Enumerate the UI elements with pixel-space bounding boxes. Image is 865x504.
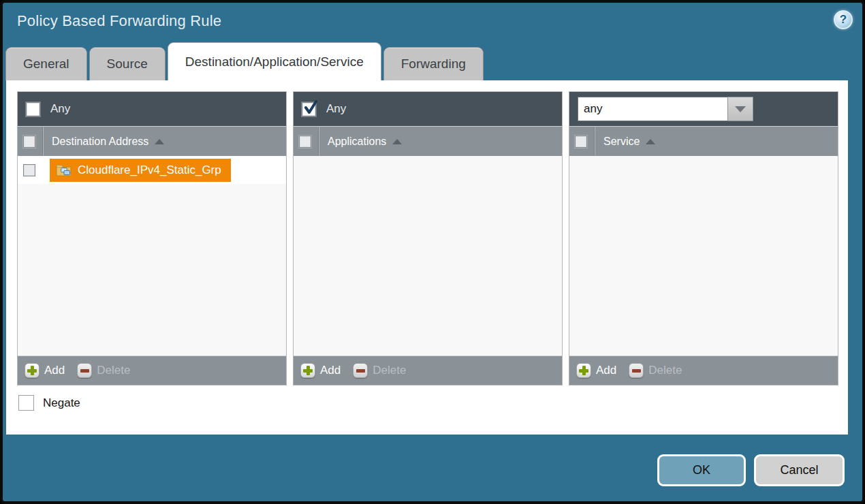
- column-divider: [318, 127, 319, 156]
- address-group-item[interactable]: Cloudflare_IPv4_Static_Grp: [50, 159, 231, 182]
- applications-select-all-checkbox[interactable]: [299, 136, 311, 148]
- add-button[interactable]: Add: [576, 363, 616, 378]
- service-select-all-checkbox[interactable]: [575, 136, 587, 148]
- applications-panel: Any Applications Add Delete: [293, 91, 563, 385]
- minus-icon: [629, 363, 644, 378]
- delete-button[interactable]: Delete: [353, 363, 406, 378]
- service-header-label: Service: [603, 136, 640, 148]
- service-dropdown-button[interactable]: [727, 97, 753, 121]
- add-button[interactable]: Add: [25, 363, 65, 378]
- column-divider: [42, 127, 43, 156]
- title-bar: Policy Based Forwarding Rule ?: [3, 3, 862, 44]
- applications-header-label: Applications: [328, 136, 386, 148]
- column-divider: [594, 127, 595, 156]
- destination-address-header-label: Destination Address: [52, 136, 148, 148]
- selection-columns: Any Destination Address: [17, 91, 838, 385]
- chevron-down-icon: [735, 106, 746, 112]
- destination-address-column-header[interactable]: Destination Address: [18, 126, 286, 156]
- tab-bar: General Source Destination/Application/S…: [5, 42, 486, 80]
- help-icon[interactable]: ?: [834, 10, 853, 29]
- destination-address-list: Cloudflare_IPv4_Static_Grp: [18, 156, 286, 356]
- service-panel: any Service Add: [569, 91, 838, 385]
- service-footer-bar: Add Delete: [569, 356, 838, 385]
- service-any-bar: any: [569, 92, 838, 126]
- dialog-buttons: OK Cancel: [657, 454, 845, 486]
- delete-button[interactable]: Delete: [629, 363, 682, 378]
- negate-label: Negate: [43, 396, 80, 410]
- tab-forwarding[interactable]: Forwarding: [383, 47, 484, 80]
- plus-icon: [300, 363, 315, 378]
- tab-source[interactable]: Source: [89, 47, 166, 80]
- service-column-header[interactable]: Service: [569, 126, 838, 156]
- destination-any-bar: Any: [18, 92, 286, 126]
- cancel-button[interactable]: Cancel: [754, 454, 845, 486]
- negate-row: Negate: [18, 395, 80, 411]
- applications-any-bar: Any: [294, 92, 562, 126]
- service-dropdown[interactable]: any: [578, 97, 753, 121]
- applications-list: [294, 156, 562, 356]
- table-row[interactable]: Cloudflare_IPv4_Static_Grp: [18, 156, 286, 184]
- destination-any-label: Any: [50, 102, 70, 116]
- dialog-window: Policy Based Forwarding Rule ? General S…: [0, 0, 865, 504]
- delete-button[interactable]: Delete: [77, 363, 130, 378]
- applications-column-header[interactable]: Applications: [294, 126, 562, 156]
- plus-icon: [576, 363, 591, 378]
- service-dropdown-value[interactable]: any: [578, 97, 727, 121]
- sort-ascending-icon: [155, 139, 164, 144]
- tab-general[interactable]: General: [5, 47, 87, 80]
- destination-select-all-checkbox[interactable]: [23, 136, 35, 148]
- sort-ascending-icon: [646, 139, 655, 144]
- row-checkbox[interactable]: [23, 164, 35, 176]
- address-group-icon: [56, 163, 72, 176]
- tab-content-panel: Any Destination Address: [6, 80, 848, 435]
- ok-button[interactable]: OK: [657, 454, 746, 486]
- applications-any-checkbox[interactable]: [302, 102, 316, 116]
- tab-destination-application-service[interactable]: Destination/Application/Service: [168, 42, 381, 80]
- sort-ascending-icon: [392, 139, 402, 144]
- applications-footer-bar: Add Delete: [294, 356, 562, 385]
- page-title: Policy Based Forwarding Rule: [17, 12, 221, 30]
- add-button[interactable]: Add: [300, 363, 341, 378]
- applications-any-label: Any: [326, 102, 346, 116]
- negate-checkbox[interactable]: [18, 395, 34, 411]
- service-list: [569, 156, 838, 356]
- address-group-name: Cloudflare_IPv4_Static_Grp: [78, 163, 221, 177]
- minus-icon: [77, 363, 92, 378]
- plus-icon: [25, 363, 40, 378]
- destination-any-checkbox[interactable]: [26, 102, 40, 116]
- destination-address-panel: Any Destination Address: [17, 91, 287, 385]
- destination-footer-bar: Add Delete: [18, 356, 286, 385]
- minus-icon: [353, 363, 368, 378]
